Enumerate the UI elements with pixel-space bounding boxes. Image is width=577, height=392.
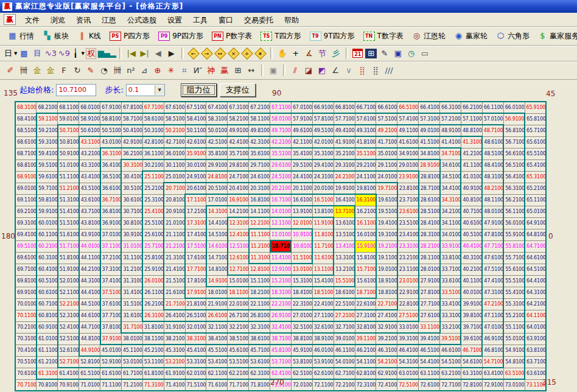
ying-grid-button[interactable]: 赢 <box>218 64 231 77</box>
price-cell: 20.1100 <box>291 183 312 194</box>
toolbar-button-hexagon[interactable]: ⬡六角形 <box>492 30 534 43</box>
wave-mark-button[interactable]: И″ <box>191 64 205 77</box>
spiral-button[interactable]: ↻ <box>71 64 84 77</box>
ruler-ticks2-button[interactable]: 卌 <box>111 64 124 77</box>
price-cell: 36.3100 <box>100 148 122 159</box>
slant-lines-button[interactable]: /// <box>382 64 396 77</box>
schedule-button[interactable]: ◷ <box>405 47 418 60</box>
toolbar-button-t-number-table[interactable]: TNT数字表 <box>359 30 408 43</box>
price-cell: 22.7100 <box>376 298 397 310</box>
compass-cross-button[interactable]: ⊕ <box>151 64 164 77</box>
nav-last-button[interactable]: ▶| <box>138 47 152 60</box>
price-cell: 31.2100 <box>121 264 142 275</box>
shen-grid-button[interactable]: 神 <box>205 64 218 77</box>
workstation-button[interactable]: ▭ <box>418 47 432 60</box>
calculator-button[interactable]: ⊞ <box>365 47 378 60</box>
diamond-left-button[interactable]: ← <box>187 47 200 60</box>
price-cell: 22.8100 <box>397 298 419 310</box>
toolbar-button-p-number-table[interactable]: PNP数字表 <box>208 30 256 43</box>
set-square-button[interactable]: ⊿ <box>138 64 151 77</box>
start-price-input[interactable]: 10.7100 <box>56 84 96 96</box>
fan-box-button[interactable]: ◪ <box>302 64 315 77</box>
toolbar-button-9p-square[interactable]: P99P四方形 <box>154 30 208 43</box>
menu-item-trade-order[interactable]: 交易委托 <box>239 15 279 26</box>
menu-item-news[interactable]: 资讯 <box>71 15 96 26</box>
price-cell: 52.5100 <box>58 333 79 345</box>
diamond-cross-button[interactable]: × <box>227 47 240 60</box>
menu-item-help[interactable]: 帮助 <box>279 15 304 26</box>
angle-tool-button[interactable]: ∡ <box>302 47 316 60</box>
menu-item-file[interactable]: 文件 <box>19 15 45 26</box>
price-cell: 33.9100 <box>440 240 461 252</box>
number-grid-button[interactable]: ⊞ <box>231 64 245 77</box>
gold-grid-button[interactable]: 金 <box>30 64 44 77</box>
f-grid-button[interactable]: F <box>57 64 71 77</box>
red-brush-button[interactable]: ✐ <box>4 64 17 77</box>
time-circle-button[interactable]: ◔ <box>97 64 111 77</box>
dropdown-arrow-icon[interactable]: ▼ <box>155 85 164 95</box>
volume-chart-button[interactable]: ▆▄▂ <box>98 47 116 60</box>
fuquan-button[interactable]: 权 <box>85 47 98 60</box>
resistance-button[interactable]: 阻力位 <box>181 83 217 97</box>
save-disk-button[interactable]: ▣ <box>391 47 405 60</box>
price-cell: 30.9100 <box>121 229 142 240</box>
price-cell: 66.4100 <box>419 102 440 113</box>
candle-period-button[interactable]: ╽▼ <box>71 47 84 60</box>
wave-9-button[interactable]: ∿9 <box>57 47 71 60</box>
menu-item-window[interactable]: 窗口 <box>213 15 239 26</box>
zigzag-button[interactable]: ∨ <box>342 64 355 77</box>
calendar-button[interactable]: 21 <box>351 47 365 60</box>
price-cell: 20.4100 <box>228 183 249 194</box>
dot-grid-arrow-button[interactable]: ⣿ <box>369 64 382 77</box>
red-pencil-grid-button[interactable]: ✎ <box>84 64 97 77</box>
info-list-button[interactable]: 目 <box>30 47 44 60</box>
ruler-ticks-button[interactable]: 卌 <box>17 64 30 77</box>
price-cell: 51.3100 <box>58 194 79 206</box>
toolbar-button-kline[interactable]: ∥K线 <box>73 30 105 43</box>
hand-tool-button[interactable]: ✋ <box>276 47 289 60</box>
crosshair-button[interactable]: + <box>289 47 302 60</box>
fan-box2-button[interactable]: ◩ <box>315 64 329 77</box>
starburst-button[interactable]: ✳ <box>164 64 178 77</box>
toolbar-button-winner-service[interactable]: $赢家服务 <box>534 30 577 43</box>
menu-item-gann[interactable]: 江恩 <box>96 15 122 26</box>
price-cell: 49.7100 <box>270 125 292 136</box>
dot-grid-button[interactable]: ⣿ <box>355 64 369 77</box>
wave-3-button[interactable]: ∿3 <box>44 47 57 60</box>
nav-first-button[interactable]: |◀ <box>125 47 138 60</box>
price-cell: 45.2100 <box>142 345 164 356</box>
n-squared-button[interactable]: n² <box>124 64 138 77</box>
menu-item-browse[interactable]: 浏览 <box>45 15 71 26</box>
toolbar-button-winner-wheel[interactable]: ◉赢家轮 <box>450 30 492 43</box>
diamond-star-button[interactable]: ∗ <box>254 47 267 60</box>
nav-next-button[interactable]: ▶ <box>165 47 178 60</box>
nav-prev-button[interactable]: ◀ <box>152 47 165 60</box>
fan-lines-button[interactable]: ⫽ <box>288 64 302 77</box>
period-selector-button[interactable]: 日▼ <box>4 47 17 60</box>
web-grid-button[interactable]: ⌗ <box>178 64 191 77</box>
width-arrows-button[interactable]: ↔ <box>245 64 258 77</box>
gold-grid2-button[interactable]: 金 <box>44 64 57 77</box>
toolbar-button-market-quotes[interactable]: ▦行情 <box>4 30 38 43</box>
menu-item-tools[interactable]: 工具 <box>187 15 213 26</box>
diamond-hmove-button[interactable]: ↔ <box>214 47 227 60</box>
step-select[interactable]: 0.1 ▼ <box>126 84 165 96</box>
diamond-plus-button[interactable]: + <box>240 47 254 60</box>
price-cell: 67.0100 <box>291 102 312 113</box>
toolbar-button-t-square[interactable]: TST四方形 <box>256 30 305 43</box>
bamboo-tool-button[interactable]: 节 <box>316 47 329 60</box>
notepad-button[interactable]: ✎ <box>378 47 391 60</box>
box-frame-button[interactable]: ▣ <box>267 64 280 77</box>
angle-rays-button[interactable]: ∠ <box>329 64 342 77</box>
wave-tool-button[interactable]: 彡 <box>329 47 343 60</box>
toolbar-button-9t-square[interactable]: T99T四方形 <box>306 30 359 43</box>
toolbar-button-p-square[interactable]: PSP四方形 <box>105 30 154 43</box>
toolbar-button-sectors[interactable]: ▚板块 <box>38 30 73 43</box>
support-button[interactable]: 支撑位 <box>220 83 256 97</box>
price-cell: 55.8100 <box>503 240 525 252</box>
chart-window-button[interactable]: ▩ <box>17 47 30 60</box>
menu-item-formula-stock-pick[interactable]: 公式选股 <box>122 15 162 26</box>
menu-item-settings[interactable]: 设置 <box>162 15 187 26</box>
diamond-right-button[interactable]: → <box>200 47 214 60</box>
toolbar-button-gann-wheel[interactable]: ◎江恩轮 <box>408 30 450 43</box>
